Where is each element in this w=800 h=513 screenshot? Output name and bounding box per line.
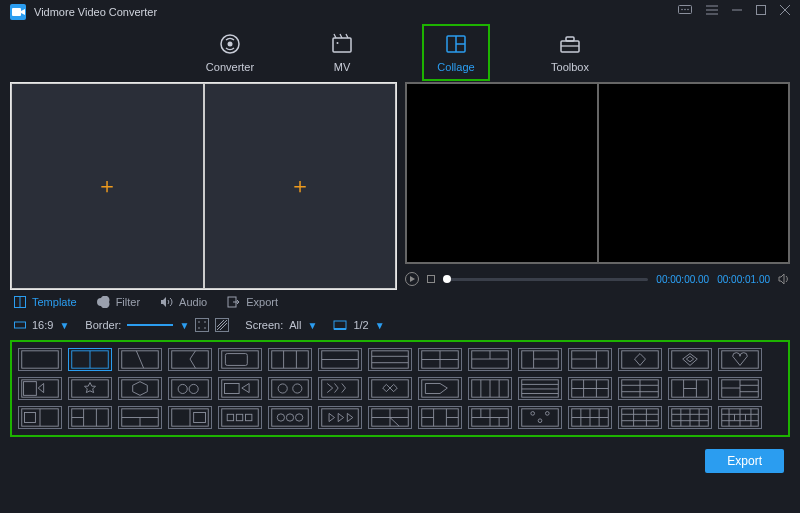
template-item[interactable]: [368, 406, 412, 429]
template-item[interactable]: [618, 348, 662, 371]
template-item[interactable]: [368, 348, 412, 371]
close-icon[interactable]: [780, 5, 790, 19]
subtab-export[interactable]: Export: [227, 296, 278, 308]
template-item[interactable]: [518, 377, 562, 400]
play-button[interactable]: [405, 272, 419, 286]
template-item[interactable]: [168, 377, 212, 400]
template-item[interactable]: [618, 377, 662, 400]
template-item[interactable]: [718, 377, 762, 400]
template-item[interactable]: [18, 377, 62, 400]
border-style-dotted-button[interactable]: [195, 318, 209, 332]
template-item[interactable]: [18, 406, 62, 429]
template-item[interactable]: [468, 377, 512, 400]
subtab-audio[interactable]: Audio: [160, 296, 207, 308]
chevron-down-icon[interactable]: ▼: [179, 320, 189, 331]
collage-cell-1[interactable]: ＋: [11, 83, 204, 289]
minimize-icon[interactable]: [732, 5, 742, 19]
border-preview: [127, 324, 173, 326]
template-item[interactable]: [68, 406, 112, 429]
screen-option[interactable]: Screen: All ▼: [245, 319, 317, 331]
svg-rect-75: [222, 380, 259, 397]
svg-rect-0: [12, 8, 21, 16]
export-button[interactable]: Export: [705, 449, 784, 473]
subtab-filter[interactable]: Filter: [97, 296, 140, 308]
template-item[interactable]: [268, 377, 312, 400]
svg-rect-43: [272, 351, 309, 368]
template-item[interactable]: [318, 406, 362, 429]
ratio-select[interactable]: 16:9 ▼: [14, 319, 69, 331]
toolbox-icon: [558, 32, 582, 56]
template-item[interactable]: [718, 348, 762, 371]
page-select[interactable]: 1/2 ▼: [333, 319, 384, 331]
template-item[interactable]: [668, 377, 712, 400]
add-icon: ＋: [96, 171, 118, 201]
template-item[interactable]: [618, 406, 662, 429]
tab-converter[interactable]: Converter: [198, 32, 262, 73]
svg-line-39: [136, 351, 143, 368]
title-bar: Vidmore Video Converter: [0, 0, 800, 24]
workspace: ＋ ＋ 00:00:00.00 00:00:01.00: [0, 80, 800, 290]
tab-toolbox[interactable]: Toolbox: [538, 32, 602, 73]
footer: Export: [0, 443, 800, 479]
template-item[interactable]: [168, 348, 212, 371]
svg-rect-126: [245, 414, 251, 420]
svg-rect-70: [122, 380, 159, 397]
app-title: Vidmore Video Converter: [34, 6, 678, 18]
template-item[interactable]: [418, 348, 462, 371]
template-item[interactable]: [518, 406, 562, 429]
collage-icon: [444, 32, 468, 56]
seek-bar[interactable]: [443, 278, 648, 281]
options-bar: 16:9 ▼ Border: ▼ Screen: All ▼ 1/2 ▼: [0, 312, 800, 338]
subtab-template[interactable]: Template: [14, 296, 77, 308]
svg-point-147: [531, 412, 535, 416]
template-item[interactable]: [668, 348, 712, 371]
template-item[interactable]: [218, 348, 262, 371]
svg-rect-125: [236, 414, 242, 420]
volume-icon[interactable]: [778, 273, 790, 285]
menu-icon[interactable]: [706, 5, 718, 19]
template-item[interactable]: [118, 348, 162, 371]
chevron-down-icon: ▼: [375, 320, 385, 331]
template-item[interactable]: [118, 377, 162, 400]
template-item[interactable]: [468, 348, 512, 371]
collage-cell-2[interactable]: ＋: [204, 83, 397, 289]
template-item[interactable]: [418, 406, 462, 429]
svg-rect-9: [757, 6, 766, 15]
svg-point-4: [687, 9, 689, 11]
template-item[interactable]: [418, 377, 462, 400]
template-item[interactable]: [668, 406, 712, 429]
template-item[interactable]: [368, 377, 412, 400]
svg-marker-71: [133, 382, 148, 396]
template-item[interactable]: [68, 377, 112, 400]
feedback-icon[interactable]: [678, 5, 692, 19]
svg-point-26: [199, 321, 201, 323]
seek-handle[interactable]: [443, 275, 451, 283]
svg-rect-42: [225, 354, 247, 366]
svg-point-13: [228, 41, 233, 46]
template-item[interactable]: [318, 377, 362, 400]
template-item[interactable]: [568, 406, 612, 429]
template-item[interactable]: [468, 406, 512, 429]
border-style-hatched-button[interactable]: [215, 318, 229, 332]
template-item[interactable]: [68, 348, 112, 371]
template-item[interactable]: [268, 406, 312, 429]
template-item[interactable]: [568, 348, 612, 371]
stop-button[interactable]: [427, 275, 435, 283]
template-item[interactable]: [518, 348, 562, 371]
tab-mv[interactable]: MV: [310, 32, 374, 73]
template-item[interactable]: [268, 348, 312, 371]
template-item[interactable]: [218, 406, 262, 429]
template-item[interactable]: [718, 406, 762, 429]
template-item[interactable]: [218, 377, 262, 400]
svg-rect-25: [15, 322, 26, 328]
tab-collage[interactable]: Collage: [424, 26, 488, 79]
svg-rect-76: [224, 383, 239, 393]
template-item[interactable]: [318, 348, 362, 371]
svg-rect-77: [272, 380, 309, 397]
template-item[interactable]: [118, 406, 162, 429]
template-item[interactable]: [168, 406, 212, 429]
template-item[interactable]: [18, 348, 62, 371]
template-item[interactable]: [568, 377, 612, 400]
svg-rect-84: [422, 380, 459, 397]
maximize-icon[interactable]: [756, 5, 766, 19]
